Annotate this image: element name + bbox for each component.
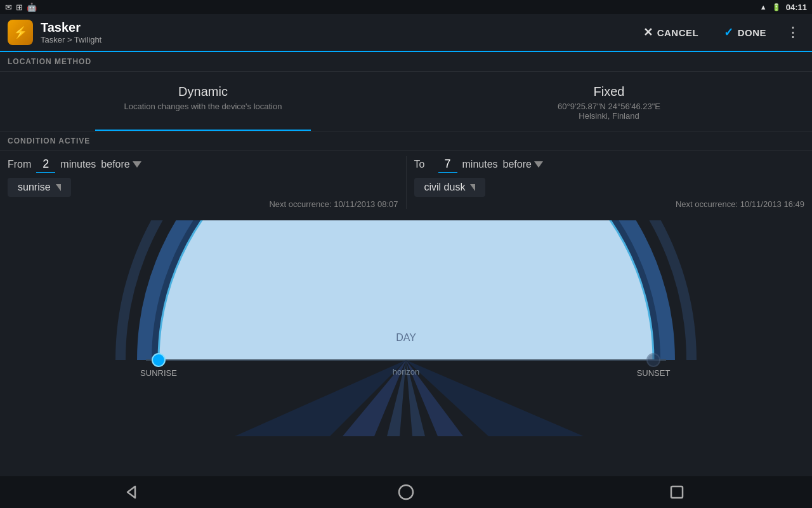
- top-bar: ⚡ Tasker Tasker > Twilight ✕ CANCEL ✓ DO…: [0, 14, 812, 52]
- clock: 04:11: [786, 3, 807, 12]
- from-minutes-box[interactable]: 2: [36, 156, 55, 173]
- sunrise-label: SUNRISE: [140, 368, 177, 378]
- dynamic-underline-bar: [95, 130, 311, 131]
- twilight-diagram: DAY SUNRISE horizon SUNSET: [108, 220, 704, 436]
- done-button[interactable]: ✓ DONE: [714, 20, 776, 44]
- from-twilight-arrow: [56, 184, 61, 191]
- to-modifier-arrow: [534, 161, 543, 168]
- to-label: To: [414, 159, 433, 170]
- svg-point-9: [647, 354, 660, 366]
- battery-icon: 🔋: [772, 3, 781, 11]
- status-bar-right: ▲ 🔋 04:11: [760, 3, 807, 12]
- to-next-occurrence: Next occurrence: 10/11/2013 16:49: [414, 199, 805, 209]
- fixed-coords: 60°9'25.87"N 24°56'46.23"E: [419, 102, 799, 111]
- day-label: DAY: [396, 332, 416, 343]
- app-title-group: Tasker Tasker > Twilight: [41, 20, 633, 44]
- breadcrumb: Tasker > Twilight: [41, 35, 633, 44]
- horizon-label: horizon: [393, 367, 420, 377]
- apps-icon: ⊞: [16, 3, 23, 12]
- done-icon: ✓: [724, 25, 734, 39]
- from-modifier-dropdown[interactable]: before: [101, 159, 141, 170]
- to-modifier-value: before: [503, 159, 532, 170]
- cancel-button[interactable]: ✕ CANCEL: [633, 20, 709, 44]
- svg-marker-10: [128, 486, 135, 498]
- svg-point-8: [152, 354, 165, 366]
- fixed-title: Fixed: [419, 84, 799, 99]
- to-twilight-value: civil dusk: [424, 182, 466, 193]
- from-modifier-arrow: [133, 161, 141, 168]
- dynamic-title: Dynamic: [13, 84, 393, 99]
- to-modifier-dropdown[interactable]: before: [503, 159, 543, 170]
- svg-rect-12: [671, 486, 683, 498]
- email-icon: ✉: [5, 3, 12, 12]
- done-label: DONE: [738, 27, 766, 38]
- app-icon: ⚡: [8, 20, 33, 45]
- wifi-icon: ▲: [760, 3, 767, 11]
- to-twilight-arrow: [470, 184, 475, 191]
- from-column: From 2 minutes before sunrise Next occur…: [0, 156, 407, 209]
- status-bar-left: ✉ ⊞ 🤖: [5, 3, 37, 12]
- cancel-icon: ✕: [643, 25, 653, 39]
- from-twilight-row: sunrise: [8, 178, 398, 197]
- from-twilight-value: sunrise: [18, 182, 51, 193]
- to-twilight-dropdown[interactable]: civil dusk: [414, 178, 486, 197]
- from-minutes-text: minutes: [60, 159, 96, 170]
- to-twilight-row: civil dusk: [414, 178, 805, 197]
- bottom-nav: [0, 476, 812, 508]
- dynamic-underline: [0, 130, 406, 131]
- fixed-option[interactable]: Fixed 60°9'25.87"N 24°56'46.23"E Helsink…: [406, 84, 812, 121]
- dynamic-desc: Location changes with the device's locat…: [13, 102, 393, 111]
- status-bar: ✉ ⊞ 🤖 ▲ 🔋 04:11: [0, 0, 812, 14]
- cancel-label: CANCEL: [657, 27, 699, 38]
- diagram-container: DAY SUNRISE horizon SUNSET: [0, 214, 812, 436]
- from-label: From: [8, 159, 31, 170]
- fixed-location: Helsinki, Finland: [419, 111, 799, 121]
- svg-point-11: [399, 485, 413, 499]
- sunset-label: SUNSET: [637, 368, 671, 378]
- recents-button[interactable]: [658, 479, 696, 505]
- from-modifier-value: before: [101, 159, 129, 170]
- from-minutes-value: 2: [43, 157, 49, 170]
- top-bar-actions: ✕ CANCEL ✓ DONE ⋮: [633, 20, 804, 44]
- from-row: From 2 minutes before: [8, 156, 398, 173]
- from-next-occurrence: Next occurrence: 10/11/2013 08:07: [8, 199, 398, 209]
- conditions-two-col: From 2 minutes before sunrise Next occur…: [0, 156, 812, 209]
- to-minutes-value: 7: [444, 157, 450, 170]
- to-row: To 7 minutes before: [414, 156, 805, 173]
- dynamic-option[interactable]: Dynamic Location changes with the device…: [0, 84, 406, 111]
- app-title: Tasker: [41, 20, 633, 35]
- from-twilight-dropdown[interactable]: sunrise: [8, 178, 71, 197]
- overflow-menu-button[interactable]: ⋮: [782, 21, 804, 44]
- location-method-header: LOCATION METHOD: [0, 52, 812, 72]
- android-icon: 🤖: [27, 3, 37, 12]
- back-button[interactable]: [116, 479, 154, 505]
- to-minutes-text: minutes: [462, 159, 498, 170]
- to-column: To 7 minutes before civil dusk Next occu…: [407, 156, 813, 209]
- condition-active-content: From 2 minutes before sunrise Next occur…: [0, 151, 812, 214]
- location-method-section: Dynamic Location changes with the device…: [0, 72, 812, 131]
- to-minutes-box[interactable]: 7: [438, 156, 457, 173]
- condition-active-header: CONDITION ACTIVE: [0, 131, 812, 151]
- home-button[interactable]: [387, 479, 425, 505]
